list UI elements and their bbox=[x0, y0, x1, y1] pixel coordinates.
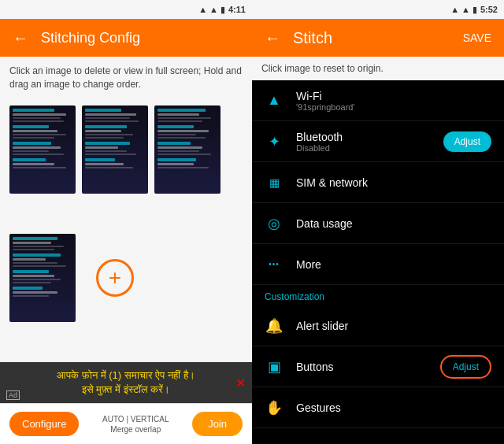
status-bar-right: ▲ ▲ ▮ 5:52 bbox=[252, 0, 504, 19]
settings-item-bluetooth[interactable]: ✦ Bluetooth Disabled Adjust bbox=[252, 121, 504, 162]
wifi-subtitle: '91springboard' bbox=[296, 102, 491, 112]
alert-icon: 🔔 bbox=[265, 317, 284, 335]
ad-label: Ad Ad bbox=[6, 390, 20, 400]
data-title: Data usage bbox=[296, 217, 491, 230]
left-panel: ▲ ▲ ▮ 4:11 ← Stitching Config Click an i… bbox=[0, 0, 252, 444]
status-icons-right: ▲ ▲ ▮ bbox=[450, 5, 477, 15]
ad-text: आपके फ़ोन में (1) समाचार ऐप नहीं है। इसे… bbox=[57, 368, 195, 397]
settings-item-buttons-text: Buttons bbox=[296, 361, 428, 373]
settings-item-sim[interactable]: ▦ SIM & network bbox=[252, 162, 504, 203]
back-button-right[interactable]: ← bbox=[265, 29, 280, 47]
bluetooth-adjust-button[interactable]: Adjust bbox=[443, 131, 491, 152]
right-wifi-icon: ▲ bbox=[450, 5, 459, 14]
settings-item-alert[interactable]: 🔔 Alert slider bbox=[252, 305, 504, 346]
thumb-4[interactable] bbox=[9, 234, 76, 322]
add-icon: + bbox=[109, 265, 121, 290]
more-icon: ••• bbox=[265, 260, 284, 268]
ad-banner: आपके फ़ोन में (1) समाचार ऐप नहीं है। इसे… bbox=[0, 362, 252, 403]
settings-item-wifi[interactable]: ▲ Wi-Fi '91springboard' bbox=[252, 80, 504, 121]
ad-icon: Ad bbox=[6, 390, 20, 400]
customization-section-header: Customization bbox=[252, 285, 504, 305]
image-grid: + bbox=[0, 99, 252, 362]
right-hint: Click image to reset to origin. bbox=[252, 57, 504, 80]
sim-title: SIM & network bbox=[296, 176, 491, 189]
left-hint: Click an image to delete or view in full… bbox=[0, 57, 252, 99]
thumb-1[interactable] bbox=[9, 105, 76, 194]
buttons-title: Buttons bbox=[296, 361, 428, 373]
join-button[interactable]: Join bbox=[192, 412, 243, 436]
settings-item-data-text: Data usage bbox=[296, 217, 491, 230]
sim-icon: ▦ bbox=[265, 176, 284, 189]
back-button-left[interactable]: ← bbox=[13, 29, 28, 47]
more-title: More bbox=[296, 258, 491, 271]
ad-close-button[interactable]: ✕ bbox=[235, 375, 246, 390]
settings-item-alert-text: Alert slider bbox=[296, 320, 491, 332]
battery-icon: ▮ bbox=[220, 5, 225, 15]
wifi-icon: ▲ bbox=[198, 5, 207, 14]
toolbar-right-left: ← Stitch bbox=[265, 29, 332, 47]
settings-item-buttons[interactable]: ▣ Buttons Adjust bbox=[252, 346, 504, 387]
settings-item-sim-text: SIM & network bbox=[296, 176, 491, 189]
bluetooth-icon: ✦ bbox=[265, 133, 284, 150]
buttons-icon: ▣ bbox=[265, 358, 284, 376]
wifi-settings-icon: ▲ bbox=[265, 92, 284, 109]
toolbar-right: ← Stitch SAVE bbox=[252, 19, 504, 57]
thumb-3[interactable] bbox=[154, 105, 220, 194]
settings-item-wifi-text: Wi-Fi '91springboard' bbox=[296, 90, 491, 112]
thumb-2[interactable] bbox=[82, 105, 148, 194]
left-time: 4:11 bbox=[228, 5, 246, 14]
status-bar-left: ▲ ▲ ▮ 4:11 bbox=[0, 0, 252, 19]
status-icons-left: ▲ ▲ ▮ bbox=[198, 5, 225, 15]
bottom-bar: Configure AUTO | VERTICAL Merge overlap … bbox=[0, 403, 252, 444]
bluetooth-subtitle: Disabled bbox=[296, 143, 431, 153]
add-image-area[interactable]: + bbox=[82, 234, 148, 322]
left-title: Stitching Config bbox=[41, 30, 140, 46]
settings-item-data[interactable]: ◎ Data usage bbox=[252, 203, 504, 244]
right-battery-icon: ▮ bbox=[472, 5, 477, 15]
configure-button[interactable]: Configure bbox=[9, 412, 79, 436]
bluetooth-title: Bluetooth bbox=[296, 131, 431, 143]
settings-item-gestures[interactable]: ✋ Gestures bbox=[252, 387, 504, 428]
save-button[interactable]: SAVE bbox=[463, 31, 491, 44]
settings-item-gestures-text: Gestures bbox=[296, 401, 491, 414]
buttons-adjust-button[interactable]: Adjust bbox=[440, 355, 491, 379]
gestures-title: Gestures bbox=[296, 401, 491, 414]
alert-title: Alert slider bbox=[296, 320, 491, 332]
right-panel: ▲ ▲ ▮ 5:52 ← Stitch SAVE Click image to … bbox=[252, 0, 504, 444]
settings-item-more-text: More bbox=[296, 258, 491, 271]
signal-icon: ▲ bbox=[209, 5, 218, 14]
right-signal-icon: ▲ bbox=[461, 5, 470, 14]
settings-item-bluetooth-text: Bluetooth Disabled bbox=[296, 131, 431, 153]
right-time: 5:52 bbox=[480, 5, 498, 14]
toolbar-left: ← Stitching Config bbox=[0, 19, 252, 57]
wifi-title: Wi-Fi bbox=[296, 90, 491, 102]
merge-info: AUTO | VERTICAL Merge overlap bbox=[102, 414, 169, 435]
data-icon: ◎ bbox=[265, 215, 284, 232]
settings-item-more[interactable]: ••• More bbox=[252, 244, 504, 285]
settings-list[interactable]: ▲ Wi-Fi '91springboard' ✦ Bluetooth Disa… bbox=[252, 80, 504, 444]
right-title: Stitch bbox=[293, 29, 332, 47]
add-circle-icon[interactable]: + bbox=[96, 259, 134, 297]
settings-item-statusbar[interactable]: ▭ Status bar bbox=[252, 428, 504, 444]
gestures-icon: ✋ bbox=[265, 399, 284, 416]
